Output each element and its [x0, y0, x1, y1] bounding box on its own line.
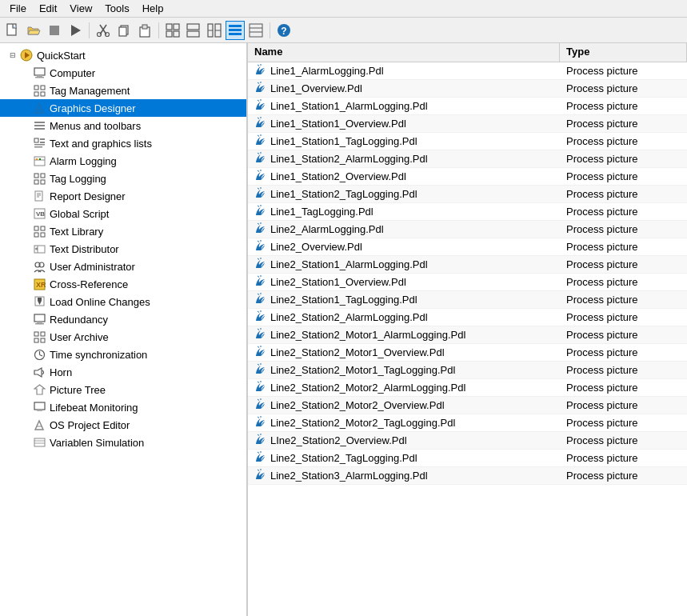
list-row[interactable]: Line2_Station2_Motor1_Overview.Pdl Proce… [248, 344, 687, 362]
tree-item-time-synchronization[interactable]: − Time synchronization [0, 346, 246, 363]
list-row[interactable]: Line1_AlarmLogging.Pdl Process picture [248, 62, 687, 80]
list-cell-type: Process picture [560, 292, 687, 307]
pdl-file-icon [254, 310, 267, 325]
list-cell-type: Process picture [560, 186, 687, 202]
svg-rect-35 [41, 86, 45, 90]
list-row[interactable]: Line1_Overview.Pdl Process picture [248, 80, 687, 98]
tree-item-tag-management[interactable]: − Tag Management [0, 82, 246, 99]
tree-item-variablen-simulation[interactable]: − Variablen Simulation [0, 434, 246, 451]
tree-icon-tag-logging [32, 171, 46, 186]
tree-item-load-online-changes[interactable]: − Load Online Changes [0, 293, 246, 310]
list-row[interactable]: LIne2_Station2_Overview.Pdl Process pict… [248, 432, 687, 450]
tree-item-lifebeat-monitoring[interactable]: − Lifebeat Monitoring [0, 398, 246, 416]
tree-item-horn[interactable]: − Horn [0, 363, 246, 381]
menu-edit[interactable]: Edit [33, 1, 63, 16]
pdl-file-icon [254, 450, 267, 466]
svg-rect-54 [41, 180, 45, 184]
svg-line-103 [258, 153, 259, 154]
tree-item-graphics-designer[interactable]: − Graphics Designer [0, 99, 246, 117]
tree-item-redundancy[interactable]: − Redundancy [0, 310, 246, 328]
tree-icon-text-distributor [32, 242, 46, 256]
svg-rect-14 [174, 31, 179, 37]
list-row[interactable]: Line1_Station2_TagLogging.Pdl Process pi… [248, 186, 687, 203]
tree-item-tag-logging[interactable]: − Tag Logging [0, 170, 246, 187]
tree-item-user-administrator[interactable]: − User Administrator [0, 258, 246, 275]
pdl-file-icon [254, 415, 267, 430]
list-row[interactable]: Line2_AlarmLogging.Pdl Process picture [248, 221, 687, 238]
list-row[interactable]: Line1_Station2_Overview.Pdl Process pict… [248, 168, 687, 186]
tree-item-text-library[interactable]: − Text Library [0, 222, 246, 240]
svg-line-111 [258, 223, 259, 225]
list-row[interactable]: Line1_Station1_TagLogging.Pdl Process pi… [248, 133, 687, 150]
stop-button[interactable] [45, 21, 64, 40]
svg-rect-12 [174, 24, 179, 30]
list-cell-name: Line2_Station2_TagLogging.Pdl [248, 449, 560, 467]
list-row[interactable]: Line2_Station3_AlarmLogging.Pdl Process … [248, 467, 687, 485]
svg-rect-11 [166, 24, 172, 30]
play-button[interactable] [66, 21, 85, 40]
list-row[interactable]: Line2_Overview.Pdl Process picture [248, 238, 687, 256]
svg-rect-22 [229, 29, 242, 31]
tree-item-text-distributor[interactable]: − Text Distributor [0, 240, 246, 258]
list-view-button[interactable] [226, 21, 245, 40]
help-button[interactable]: ? [274, 21, 294, 40]
open-button[interactable] [24, 21, 43, 40]
list-row[interactable]: Line2_Station2_Motor1_AlarmLogging.Pdl P… [248, 326, 687, 344]
list-row[interactable]: Line1_Station2_AlarmLogging.Pdl Process … [248, 150, 687, 168]
tree-item-picture-tree[interactable]: − Picture Tree [0, 381, 246, 398]
list-row[interactable]: Line2_Station2_Motor1_TagLogging.Pdl Pro… [248, 362, 687, 379]
list-row[interactable]: Line1_TagLogging.Pdl Process picture [248, 203, 687, 221]
paste-button[interactable] [135, 21, 154, 40]
header-type: Type [560, 43, 687, 62]
list-row[interactable]: Line2_Station1_Overview.Pdl Process pict… [248, 274, 687, 291]
menu-tools[interactable]: Tools [98, 1, 135, 16]
tree-icon-time-synchronization [32, 347, 46, 362]
list-cell-type: Process picture [560, 415, 687, 430]
list-cell-type: Process picture [560, 239, 687, 254]
menu-view[interactable]: View [63, 1, 98, 16]
menu-help[interactable]: Help [136, 1, 170, 16]
tree-item-alarm-logging[interactable]: − Alarm Logging [0, 152, 246, 170]
tree-items: − Computer − Tag Management − Graphics D… [0, 64, 246, 451]
list-row[interactable]: Line2_Station2_TagLogging.Pdl Process pi… [248, 450, 687, 467]
tree-icon-horn [32, 365, 46, 379]
svg-rect-49 [36, 158, 38, 160]
copy-button[interactable] [114, 21, 134, 40]
list-cell-name: Line2_Station3_AlarmLogging.Pdl [248, 466, 560, 485]
svg-rect-0 [7, 24, 16, 35]
tree-item-global-script[interactable]: − VB Global Script [0, 205, 246, 222]
list-cell-name: Line2_Station2_Motor1_TagLogging.Pdl [248, 361, 560, 379]
tree-item-computer[interactable]: − Computer [0, 64, 246, 82]
tree-item-cross-reference[interactable]: − XR Cross-Reference [0, 275, 246, 293]
list-row[interactable]: Line2_Station2_Motor2_AlarmLogging.Pdl P… [248, 379, 687, 397]
svg-line-93 [258, 65, 259, 66]
tree-item-os-project-editor[interactable]: − OS Project Editor [0, 416, 246, 434]
tree-label-variablen-simulation: Variablen Simulation [50, 437, 144, 449]
detail-view-button[interactable] [246, 21, 266, 40]
list-cell-type: Process picture [560, 98, 687, 114]
file-name: Line2_Station2_Motor1_AlarmLogging.Pdl [270, 329, 465, 341]
list-cell-name: Line2_Station2_Motor2_AlarmLogging.Pdl [248, 378, 560, 397]
cut-button[interactable] [94, 21, 113, 40]
tree-icon-menus-toolbars [32, 118, 46, 133]
list-row[interactable]: Line2_Station2_AlarmLogging.Pdl Process … [248, 309, 687, 326]
list-cell-name: Line1_Station2_AlarmLogging.Pdl [248, 150, 560, 168]
arrange2-button[interactable] [184, 21, 203, 40]
tree-item-user-archive[interactable]: − User Archive [0, 328, 246, 346]
tree-item-menus-toolbars[interactable]: − Menus and toolbars [0, 117, 246, 134]
tree-item-report-designer[interactable]: − Report Designer [0, 187, 246, 205]
menu-file[interactable]: File [3, 1, 33, 16]
expand-icon[interactable]: ⊟ [6, 49, 19, 62]
arrange-button[interactable] [163, 21, 182, 40]
list-row[interactable]: Line1_Station1_AlarmLogging.Pdl Process … [248, 98, 687, 115]
list-row[interactable]: Line1_Station1_Overview.Pdl Process pict… [248, 115, 687, 133]
list-row[interactable]: Line2_Station2_Motor2_TagLogging.Pdl Pro… [248, 414, 687, 432]
new-button[interactable] [3, 21, 22, 40]
list-row[interactable]: Line2_Station1_AlarmLogging.Pdl Process … [248, 256, 687, 274]
list-row[interactable]: Line2_Station1_TagLogging.Pdl Process pi… [248, 291, 687, 309]
tree-item-quickstart[interactable]: ⊟ QuickStart [0, 46, 246, 64]
main-content: ⊟ QuickStart − Computer − Tag Management… [0, 43, 687, 616]
tree-item-text-graphics-lists[interactable]: − Text and graphics lists [0, 134, 246, 152]
grid2-button[interactable] [205, 21, 224, 40]
list-row[interactable]: Line2_Station2_Motor2_Overview.Pdl Proce… [248, 397, 687, 414]
